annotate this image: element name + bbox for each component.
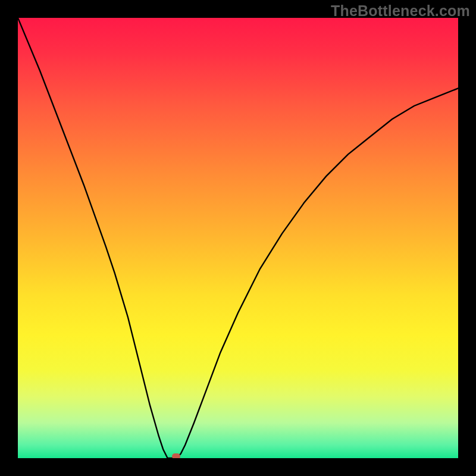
chart-frame: TheBottleneck.com (0, 0, 476, 476)
minimum-marker (172, 453, 180, 458)
curve-svg (18, 18, 458, 458)
plot-area (18, 18, 458, 458)
watermark-text: TheBottleneck.com (331, 2, 470, 20)
bottleneck-curve-path (18, 18, 458, 458)
